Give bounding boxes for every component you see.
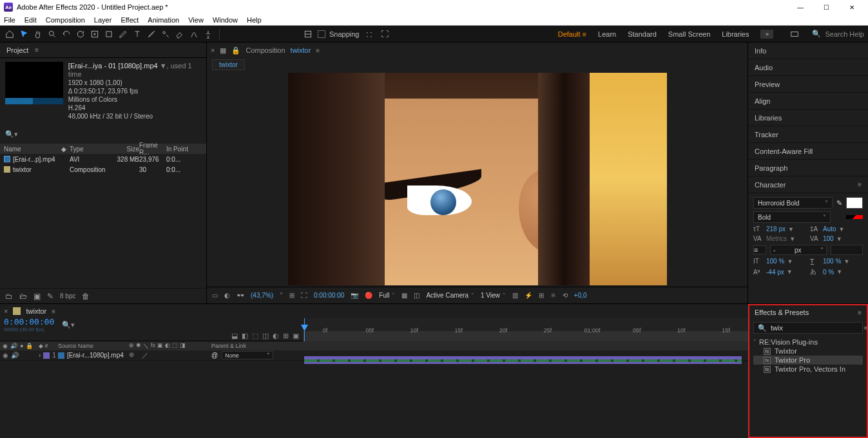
clone-tool-icon[interactable] [160, 28, 171, 40]
stroke-width-input[interactable]: px [770, 245, 827, 255]
window-close-button[interactable]: ✕ [840, 1, 864, 13]
rotate-tool-icon[interactable] [75, 28, 86, 40]
tracking-value[interactable]: 100 [823, 235, 834, 242]
flowchart-icon[interactable]: ⚛ [550, 292, 556, 299]
interpret-footage-icon[interactable]: 🗀 [5, 292, 13, 301]
snapshot-icon[interactable]: 📷 [351, 292, 358, 299]
project-item-row[interactable]: [Erai-r...p].mp4 AVI 328 MB 23,976 0:0..… [0, 154, 206, 164]
resolution-dropdown[interactable]: Full [379, 292, 395, 299]
new-comp-icon[interactable]: ▣ [34, 292, 41, 301]
font-family-dropdown[interactable]: Horroroid Bold [753, 197, 833, 209]
zoom-dropdown[interactable]: (43,7%) [251, 292, 273, 299]
frame-blend-icon[interactable]: ◫ [262, 332, 269, 340]
transparency-grid-icon[interactable]: ▦ [401, 292, 407, 299]
flowchart-crumb[interactable]: twixtor [212, 59, 245, 70]
project-settings-icon[interactable]: ✎ [47, 292, 53, 301]
selection-tool-icon[interactable] [18, 28, 30, 40]
project-search-input[interactable]: 🔍▾ [5, 127, 201, 141]
panel-content-aware-fill[interactable]: Content-Aware Fill [748, 143, 868, 160]
font-weight-dropdown[interactable]: Bold [753, 211, 831, 223]
menu-animation[interactable]: Animation [148, 16, 179, 24]
motion-blur-icon[interactable]: ◐ [273, 332, 279, 340]
shy-icon[interactable]: ⬚ [252, 332, 258, 340]
alpha-icon[interactable]: ◐ [224, 292, 230, 299]
exposure-value[interactable]: +0,0 [574, 292, 587, 299]
pixel-aspect-icon[interactable]: ▥ [512, 292, 518, 299]
workspace-small-screen[interactable]: Small Screen [668, 30, 710, 38]
current-time-display[interactable]: 0:00:00:00 [314, 292, 344, 299]
workspace-learn[interactable]: Learn [598, 30, 616, 38]
menu-file[interactable]: File [4, 16, 15, 24]
timeline-panel-menu-icon[interactable]: ≡ [52, 308, 55, 315]
workspace-libraries[interactable]: Libraries [722, 30, 749, 38]
effects-folder[interactable]: RE:Vision Plug-ins [753, 338, 863, 347]
effect-item[interactable]: fxTwixtor Pro [753, 356, 863, 365]
timeline-search-input[interactable]: 🔍▾ [62, 321, 75, 329]
magnification-icon[interactable]: ▭ [212, 292, 218, 299]
zoom-tool-icon[interactable] [46, 28, 58, 40]
source-thumbnail[interactable] [5, 62, 63, 104]
font-size-value[interactable]: 218 px [766, 225, 786, 233]
effect-item[interactable]: fxTwixtor Pro, Vectors In [753, 365, 863, 374]
timeline-button-icon[interactable]: ⊞ [539, 292, 544, 299]
puppet-tool-icon[interactable] [202, 28, 214, 40]
delete-icon[interactable]: 🗑 [82, 292, 90, 301]
effect-item[interactable]: fxTwixtor [753, 347, 863, 356]
brush-tool-icon[interactable] [146, 28, 157, 40]
vertical-scale-value[interactable]: 100 % [766, 258, 784, 265]
close-tab-icon[interactable]: × [211, 46, 215, 54]
sync-settings-icon[interactable] [789, 28, 800, 40]
draft3d-icon[interactable]: ◧ [242, 332, 248, 340]
timeline-tab-name[interactable]: twixtor [26, 307, 46, 315]
lock-icon[interactable]: 🔒 [231, 46, 240, 55]
timeline-layer-row[interactable]: ◉🔊 ›1 [Erai-r...1080p].mp4 ⊕／ @ None [0, 350, 748, 361]
menu-layer[interactable]: Layer [94, 16, 112, 24]
menu-edit[interactable]: Edit [24, 16, 37, 24]
workspace-default[interactable]: Default ≡ [558, 30, 586, 38]
snapping-checkbox[interactable] [318, 30, 325, 38]
menu-window[interactable]: Window [213, 16, 238, 24]
project-tab[interactable]: Project [6, 46, 28, 54]
panel-libraries[interactable]: Libraries [748, 110, 868, 126]
close-timeline-tab-icon[interactable]: × [4, 307, 8, 315]
tsume-value[interactable]: 0 % [823, 269, 834, 276]
new-folder-icon[interactable]: 🗁 [19, 292, 27, 301]
view-layout-dropdown[interactable]: 1 View [481, 292, 506, 299]
anchor-tool-icon[interactable] [89, 28, 101, 40]
window-maximize-button[interactable]: ☐ [814, 1, 838, 13]
composition-viewer[interactable] [207, 71, 747, 287]
time-ruler[interactable]: 0f05f10f15f20f25f01:00f05f10f15f [303, 318, 748, 341]
panel-preview[interactable]: Preview [748, 76, 868, 93]
kerning-value[interactable]: Metrics [766, 235, 787, 242]
menu-view[interactable]: View [188, 16, 204, 24]
playhead-icon[interactable] [304, 318, 305, 341]
roto-tool-icon[interactable] [188, 28, 200, 40]
snap-mode-icon[interactable] [302, 28, 314, 40]
stroke-color-swatch[interactable] [846, 215, 863, 219]
home-icon[interactable] [4, 28, 15, 40]
search-help-input[interactable]: Search Help [825, 30, 864, 38]
current-time-field[interactable]: 0:00:00:00 [4, 317, 54, 327]
eraser-tool-icon[interactable] [174, 28, 186, 40]
hand-tool-icon[interactable] [32, 28, 44, 40]
orbit-tool-icon[interactable] [61, 28, 72, 40]
project-panel-menu-icon[interactable]: ≡ [35, 46, 39, 53]
pickwhip-icon[interactable]: @ [211, 352, 218, 359]
roi-icon[interactable]: ⛶ [301, 292, 307, 299]
audio-toggle-icon[interactable]: 🔊 [11, 352, 19, 359]
channel-icon[interactable]: 🔴 [365, 292, 372, 299]
video-toggle-icon[interactable]: ◉ [3, 352, 8, 359]
menu-help[interactable]: Help [247, 16, 262, 24]
panel-paragraph[interactable]: Paragraph [748, 160, 868, 176]
eyedropper-icon[interactable]: ✎ [836, 199, 842, 207]
fast-preview-icon[interactable]: ⚡ [525, 292, 532, 299]
workspace-overflow-button[interactable]: » [760, 30, 773, 39]
stroke-style-dropdown[interactable]: ≡ [753, 245, 766, 254]
text-tool-icon[interactable] [131, 28, 143, 40]
fill-color-swatch[interactable] [846, 197, 863, 209]
panel-align[interactable]: Align [748, 93, 868, 110]
parent-dropdown[interactable]: None [222, 351, 273, 359]
resolution-icon[interactable]: ⊞ [289, 292, 294, 299]
snap-opt2-icon[interactable]: ⛶ [379, 28, 391, 40]
camera-dropdown[interactable]: Active Camera [426, 292, 474, 299]
